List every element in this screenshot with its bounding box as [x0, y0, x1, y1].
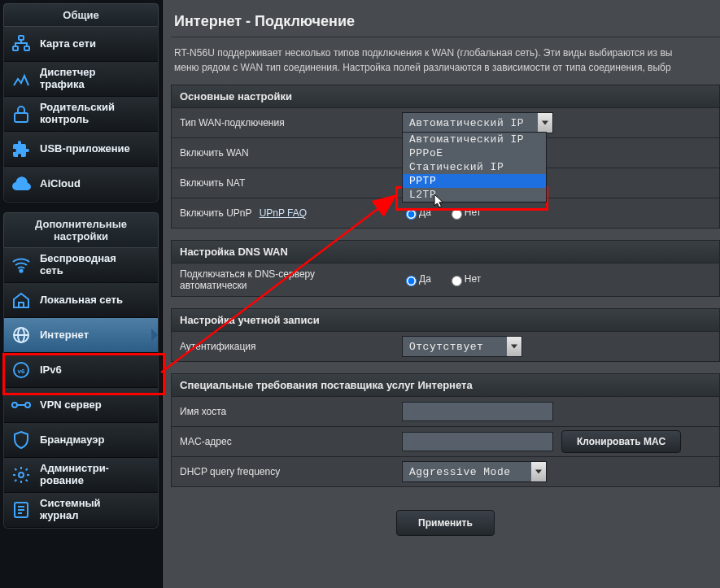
wan-type-option-pppoe[interactable]: PPPoE	[403, 146, 546, 160]
sidebar-item-label: Интернет	[40, 329, 89, 342]
enable-wan-label: Включить WAN	[172, 142, 395, 163]
section-dns-header: Настройка DNS WAN	[171, 240, 720, 264]
sidebar-item-label: Родительский	[40, 102, 115, 114]
dns-no-radio[interactable]	[452, 276, 462, 286]
sidebar-item-parental[interactable]: Родительский контроль	[4, 97, 158, 132]
chevron-down-icon	[538, 113, 552, 133]
page-intro: RT-N56U поддерживает несколько типов под…	[171, 37, 720, 85]
row-dns-auto: Подключаться к DNS-серверуавтоматически …	[171, 264, 720, 297]
sidebar-item-admin[interactable]: Администри- рование	[4, 458, 158, 493]
row-auth: Аутентификация Отсутствует	[171, 332, 720, 362]
sidebar-item-label: Диспетчер	[40, 67, 95, 79]
sidebar-item-label-l2: трафика	[40, 79, 95, 91]
shield-icon	[11, 429, 32, 451]
network-map-icon	[11, 33, 32, 54]
sidebar-item-syslog[interactable]: Системный журнал	[4, 493, 158, 528]
dns-yes[interactable]: Да	[402, 273, 431, 286]
section-isp-header: Специальные требования поставщика услуг …	[171, 373, 720, 397]
wan-type-option-auto-ip[interactable]: Автоматический IP	[403, 133, 546, 146]
sidebar-item-label-l2: рование	[40, 475, 109, 487]
sidebar-item-internet[interactable]: Интернет	[4, 318, 158, 353]
row-wan-type: Тип WAN-подключения Автоматический IP Ав…	[171, 108, 720, 138]
enable-nat-label: Включить NAT	[172, 172, 395, 194]
sidebar-item-label: Системный	[40, 498, 101, 510]
svg-point-10	[25, 403, 30, 407]
enable-upnp-label: Включить UPnP UPnP FAQ	[172, 203, 395, 224]
sidebar-item-label-l2: сеть	[40, 265, 116, 277]
dns-auto-label: Подключаться к DNS-серверуавтоматически	[172, 264, 395, 296]
section-account: Настройка учетной записи Аутентификация …	[171, 308, 720, 362]
page-title: Интернет - Подключение	[171, 5, 720, 37]
svg-point-11	[19, 473, 24, 477]
row-enable-upnp: Включить UPnP UPnP FAQ Да Нет	[171, 198, 720, 229]
wifi-icon	[11, 255, 32, 276]
dns-no[interactable]: Нет	[447, 273, 481, 286]
chevron-down-icon	[531, 462, 546, 481]
section-account-header: Настройка учетной записи	[171, 308, 720, 332]
sidebar-item-label: IPv6	[40, 364, 62, 377]
mac-input[interactable]	[402, 432, 553, 451]
auth-select[interactable]: Отсутствует	[402, 336, 522, 357]
auth-label: Аутентификация	[172, 336, 395, 357]
puzzle-icon	[11, 138, 32, 159]
sidebar-item-usb-app[interactable]: USB-приложение	[4, 132, 158, 167]
upnp-yes-radio[interactable]	[406, 209, 417, 220]
sidebar-section-general-title: Общие	[3, 3, 159, 27]
svg-rect-2	[24, 46, 29, 50]
apply-row: Применить	[171, 499, 720, 544]
upnp-yes[interactable]: Да	[402, 207, 431, 220]
dhcp-freq-select[interactable]: Aggressive Mode	[402, 461, 547, 482]
section-basic-header: Основные настройки	[171, 85, 720, 108]
sidebar-item-network-map[interactable]: Карта сети	[4, 27, 158, 62]
sidebar-advanced-list: Беспроводная сеть Локальная сеть Интерне…	[3, 248, 159, 529]
sidebar-item-lan[interactable]: Локальная сеть	[4, 283, 158, 318]
sidebar-item-ipv6[interactable]: v6 IPv6	[4, 353, 158, 388]
wan-type-option-static-ip[interactable]: Статический IP	[403, 160, 546, 174]
wan-type-dropdown[interactable]: Автоматический IP PPPoE Статический IP P…	[402, 132, 547, 203]
sidebar-item-label: AiCloud	[40, 178, 81, 190]
sidebar-item-aicloud[interactable]: AiCloud	[4, 167, 158, 202]
svg-point-9	[12, 403, 17, 407]
sidebar-item-label: Администри-	[40, 463, 109, 475]
row-hostname: Имя хоста	[171, 397, 720, 427]
sidebar-item-wireless[interactable]: Беспроводная сеть	[4, 248, 158, 283]
sidebar-item-label: USB-приложение	[40, 143, 130, 155]
row-dhcp-freq: DHCP query frequency Aggressive Mode	[171, 457, 720, 487]
sidebar-item-firewall[interactable]: Брандмауэр	[4, 423, 158, 458]
chevron-down-icon	[507, 337, 521, 356]
gear-icon	[11, 464, 32, 486]
wan-type-option-pptp[interactable]: PPTP	[403, 174, 546, 188]
section-isp: Специальные требования поставщика услуг …	[171, 373, 720, 487]
wan-type-option-l2tp[interactable]: L2TP	[403, 188, 546, 202]
traffic-icon	[11, 68, 32, 89]
sidebar-item-label: Брандмауэр	[40, 434, 104, 446]
hostname-input[interactable]	[402, 402, 553, 421]
clone-mac-button[interactable]: Клонировать MAC	[561, 430, 681, 453]
svg-rect-3	[15, 113, 28, 122]
sidebar-general-list: Карта сети Диспетчер трафика Родительски…	[3, 27, 159, 203]
sidebar-item-label: VPN сервер	[40, 399, 102, 412]
row-mac: MAC-адрес Клонировать MAC	[171, 427, 720, 457]
sidebar-item-vpn[interactable]: VPN сервер	[4, 388, 158, 423]
upnp-no[interactable]: Нет	[447, 207, 481, 220]
lock-icon	[11, 103, 32, 124]
upnp-no-radio[interactable]	[452, 209, 462, 220]
globe-icon	[11, 324, 32, 346]
upnp-faq-link[interactable]: UPnP FAQ	[260, 207, 307, 219]
sidebar-item-label: Локальная сеть	[40, 294, 123, 307]
sidebar-item-label-l2: контроль	[40, 114, 115, 126]
sidebar-item-traffic-manager[interactable]: Диспетчер трафика	[4, 62, 158, 97]
svg-point-4	[20, 269, 22, 272]
cursor-icon	[434, 194, 445, 208]
vpn-icon	[11, 394, 32, 416]
dns-yes-radio[interactable]	[406, 276, 417, 286]
section-basic: Основные настройки Тип WAN-подключения А…	[171, 85, 720, 229]
sidebar: Общие Карта сети Диспетчер трафика	[0, 0, 163, 588]
svg-text:v6: v6	[18, 368, 25, 375]
ipv6-icon: v6	[11, 359, 32, 381]
apply-button[interactable]: Применить	[396, 510, 495, 536]
log-icon	[11, 499, 32, 520]
dhcp-freq-label: DHCP query frequency	[172, 461, 395, 482]
home-icon	[11, 290, 32, 311]
wan-type-select[interactable]: Автоматический IP	[402, 112, 553, 133]
